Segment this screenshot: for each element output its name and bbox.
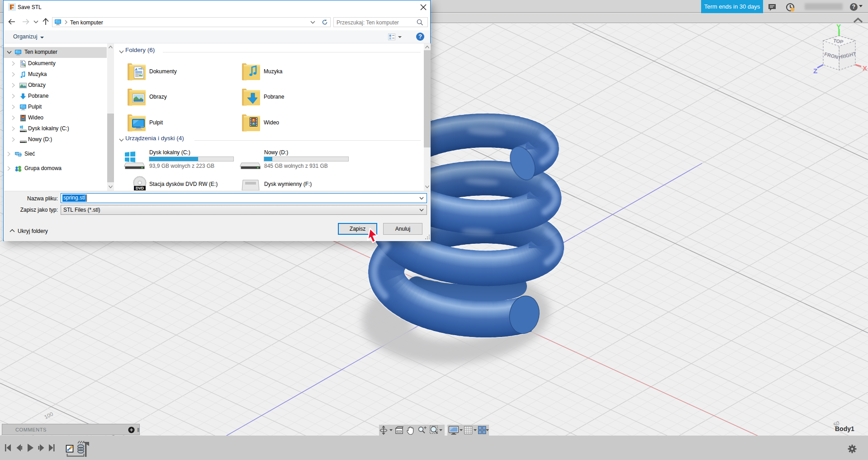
svg-text:Z: Z xyxy=(813,67,817,75)
svg-text:Body1: Body1 xyxy=(835,425,854,432)
svg-text:A: A xyxy=(21,61,23,63)
svg-text:A: A xyxy=(134,67,138,71)
svg-text:X: X xyxy=(863,64,867,72)
svg-text:Y: Y xyxy=(836,24,841,30)
svg-text:DVD: DVD xyxy=(136,186,144,190)
